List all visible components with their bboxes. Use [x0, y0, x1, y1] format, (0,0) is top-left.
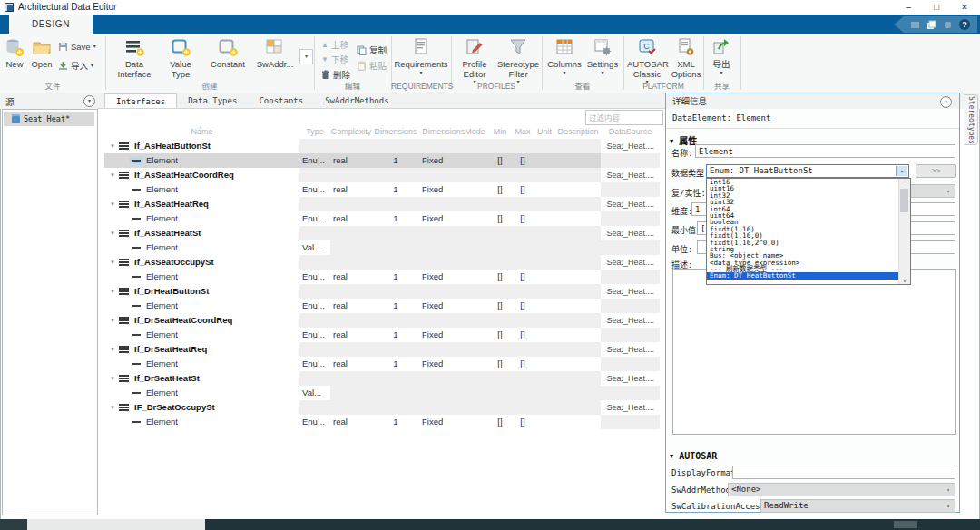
close-button[interactable]: ✕ — [951, 0, 978, 15]
chevron-down-icon[interactable]: ▾ — [106, 139, 119, 153]
save-dropdown-icon[interactable]: ▾ — [93, 44, 96, 50]
table-row[interactable]: ElementVal... — [104, 240, 660, 255]
taskbar-app-button[interactable] — [27, 519, 205, 530]
tab-interfaces[interactable]: Interfaces — [104, 93, 177, 109]
tab-data-types[interactable]: Data Types — [177, 93, 248, 109]
table-row[interactable]: ▾If_AsSeatHeatReqSeat_Heat.... — [104, 197, 660, 211]
table-row[interactable]: ▾If_DrSeatHeatReqSeat_Heat.... — [104, 342, 660, 357]
move-up-button[interactable]: ▲ 上移 — [321, 38, 348, 51]
table-row[interactable]: ▾If_DrSeatHeatStSeat_Heat.... — [104, 371, 660, 386]
export-dropdown-icon[interactable]: ▾ — [720, 70, 722, 76]
settings-button[interactable]: Settings ▾ — [584, 37, 621, 76]
sw-calibration-combo[interactable]: ReadWrite ▾ — [760, 499, 956, 513]
requirements-button[interactable]: Requirements ▾ — [392, 37, 450, 76]
minimize-button[interactable]: – — [895, 0, 922, 15]
column-header-dimensions[interactable]: Dimensions — [372, 125, 419, 139]
dropdown-scrollbar[interactable]: ^ v — [898, 179, 910, 284]
qat-tool-icon-2[interactable] — [943, 20, 953, 30]
table-row[interactable]: ElementEnu...real1Fixed[][] — [104, 299, 660, 313]
chevron-down-icon[interactable]: ▾ — [106, 400, 119, 415]
sw-addr-method-combo[interactable]: <None> ▾ — [728, 483, 956, 496]
layers-icon[interactable] — [926, 20, 936, 30]
swaddr-button[interactable]: SwAddr... — [252, 37, 298, 70]
scrollbar-thumb[interactable] — [900, 189, 908, 212]
column-header-datasource[interactable]: DataSource — [601, 125, 660, 139]
column-header-complexity[interactable]: Complexity — [330, 125, 372, 139]
columns-button[interactable]: Columns ▾ — [546, 37, 583, 76]
settings-dropdown-icon[interactable]: ▾ — [601, 70, 603, 76]
autosar-section-header[interactable]: ▼ AUTOSAR — [670, 451, 717, 461]
save-button[interactable]: Save ▾ — [58, 42, 96, 52]
column-header-name[interactable]: Name — [104, 125, 299, 139]
details-collapse-icon[interactable]: ▾ — [940, 96, 952, 108]
copy-button[interactable]: 复制 — [357, 44, 387, 56]
dropdown-item[interactable]: int64 — [707, 206, 899, 212]
dropdown-item[interactable]: fixdt(1,16,2^0,0) — [707, 240, 899, 246]
table-row[interactable]: ElementEnu...real1Fixed[][] — [104, 415, 660, 429]
ribbon-tab-design[interactable]: DESIGN — [9, 15, 93, 34]
dropdown-item[interactable]: int16 — [707, 179, 899, 185]
table-row[interactable]: ElementEnu...real1Fixed[][] — [104, 328, 660, 342]
chevron-down-icon[interactable]: ▾ — [943, 501, 954, 511]
dropdown-item[interactable]: uint32 — [707, 199, 899, 205]
import-dropdown-icon[interactable]: ▾ — [91, 63, 93, 69]
qat-tool-icon[interactable] — [910, 20, 920, 30]
import-button[interactable]: 导入 ▾ — [58, 59, 93, 72]
table-row[interactable]: ▾If_AsHeatButtonStSeat_Heat.... — [104, 139, 660, 153]
table-row[interactable]: ▾If_AsSeatHeatStSeat_Heat.... — [104, 226, 660, 240]
chevron-down-icon[interactable]: ▾ — [106, 371, 119, 386]
column-header-unit[interactable]: Unit — [534, 125, 555, 139]
source-panel-collapse-icon[interactable]: ▾ — [83, 95, 95, 107]
value-type-button[interactable]: Value Type — [160, 37, 201, 79]
table-row[interactable]: ElementEnu...real1Fixed[][] — [104, 270, 660, 284]
table-row[interactable]: ▾If_DrHeatButtonStSeat_Heat.... — [104, 284, 660, 299]
delete-button[interactable]: 删除 — [321, 68, 350, 81]
chevron-down-icon[interactable]: ▾ — [943, 186, 954, 196]
autosar-classic-button[interactable]: C AUTOSAR Classic ▾ — [626, 37, 668, 85]
chevron-down-icon[interactable]: ▾ — [106, 255, 119, 270]
sort-ascending-icon[interactable]: ^ — [199, 122, 201, 135]
dropdown-item-selected[interactable]: Enum: DT HeatButtonSt — [707, 272, 899, 279]
chevron-down-icon[interactable]: ▾ — [106, 168, 119, 182]
display-format-field[interactable] — [732, 466, 956, 479]
maximize-button[interactable]: □ — [923, 0, 950, 15]
filter-input[interactable] — [585, 110, 663, 125]
column-header-dimensionsmode[interactable]: DimensionsMode — [419, 125, 488, 139]
table-row[interactable]: ▾IF_DrSeatOccupyStSeat_Heat.... — [104, 400, 660, 415]
paste-button[interactable]: 粘贴 — [357, 59, 387, 72]
column-header-type[interactable]: Type — [299, 125, 330, 139]
name-field[interactable] — [695, 144, 956, 158]
table-row[interactable]: ▾If_DrSeatHeatCoordReqSeat_Heat.... — [104, 313, 660, 328]
chevron-down-icon[interactable]: ▾ — [106, 284, 119, 299]
start-button[interactable] — [0, 519, 27, 530]
columns-dropdown-icon[interactable]: ▾ — [563, 70, 565, 76]
table-row[interactable]: ElementEnu...real1Fixed[][] — [104, 211, 660, 226]
data-interface-button[interactable]: Data Interface — [113, 37, 156, 79]
open-button[interactable]: Open — [28, 37, 55, 70]
help-icon[interactable]: ? — [959, 19, 970, 30]
table-row[interactable]: ▾If_AsSeatHeatCoordReqSeat_Heat.... — [104, 168, 660, 182]
chevron-down-icon[interactable]: ▾ — [896, 166, 907, 176]
datatype-more-button[interactable]: >> — [916, 164, 956, 178]
chevron-down-icon[interactable]: ▾ — [106, 342, 119, 357]
new-button[interactable]: New — [2, 37, 27, 70]
constant-button[interactable]: Constant — [205, 37, 250, 70]
column-header-description[interactable]: Description — [555, 125, 601, 139]
requirements-dropdown-icon[interactable]: ▾ — [419, 70, 422, 76]
properties-section-header[interactable]: ▼ 属性 — [670, 133, 697, 147]
chevron-down-icon[interactable]: ▾ — [943, 485, 954, 495]
table-row[interactable]: ▾If_AsSeatOccupyStSeat_Heat.... — [104, 255, 660, 270]
chevron-down-icon[interactable]: ▾ — [106, 226, 119, 240]
export-button[interactable]: 导出 ▾ — [708, 37, 735, 76]
tab-stereotypes[interactable]: Stereotypes — [964, 94, 978, 145]
column-header-max[interactable]: Max — [512, 125, 534, 139]
tree-item-seat-heat[interactable]: Seat_Heat* — [4, 112, 94, 126]
profile-editor-button[interactable]: Profile Editor ▾ — [455, 37, 495, 85]
table-row[interactable]: ElementEnu...real1Fixed[][] — [104, 182, 660, 197]
create-gallery-expand-button[interactable]: ▾ — [299, 49, 313, 64]
stereotype-filter-button[interactable]: Stereotype Filter ▾ — [496, 37, 540, 85]
dropdown-item[interactable]: uint16 — [707, 185, 899, 191]
tab-swaddrmethods[interactable]: SwAddrMethods — [314, 93, 399, 109]
scroll-up-icon[interactable]: ^ — [899, 180, 910, 186]
column-header-min[interactable]: Min — [488, 125, 512, 139]
